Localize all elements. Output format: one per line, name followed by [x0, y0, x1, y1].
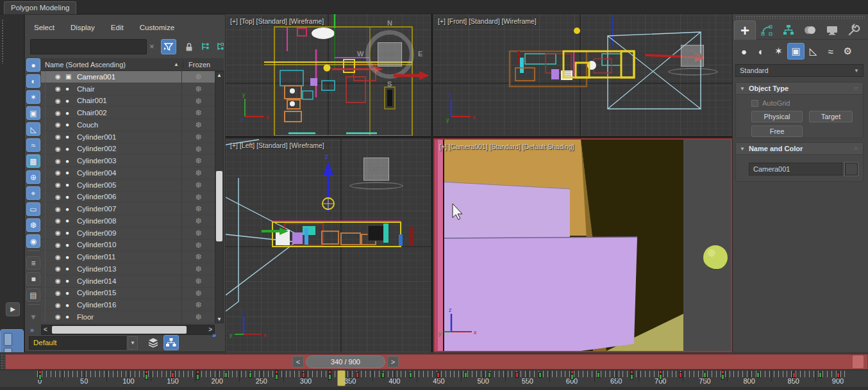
- tab-display[interactable]: [821, 20, 843, 40]
- object-name[interactable]: Cylinder002: [77, 145, 181, 152]
- rollout-grip-icon[interactable]: ⁙: [853, 85, 859, 92]
- viewport-camera001[interactable]: z y x [+] [Camera001] [Standard] [Defaul…: [433, 138, 732, 352]
- frozen-snowflake-icon[interactable]: ❆: [181, 119, 215, 131]
- keyframe-marker[interactable]: [464, 372, 467, 378]
- list-item-cylinder006[interactable]: ◉●Cylinder006❆: [41, 191, 215, 204]
- object-name[interactable]: Cylinder001: [77, 133, 181, 141]
- object-dot-icon[interactable]: ●: [65, 121, 77, 128]
- tree-indent[interactable]: [45, 191, 55, 203]
- visibility-eye-icon[interactable]: ◉: [55, 206, 65, 213]
- list-item-cylinder005[interactable]: ◉●Cylinder005❆: [41, 179, 215, 191]
- frozen-snowflake-icon[interactable]: ❆: [181, 240, 215, 251]
- frozen-snowflake-icon[interactable]: ❆: [181, 71, 215, 83]
- doc-blank-icon[interactable]: ■: [26, 272, 40, 286]
- object-dot-icon[interactable]: ●: [65, 133, 77, 140]
- object-dot-icon[interactable]: ●: [65, 206, 77, 213]
- layer-dropdown[interactable]: Default: [29, 336, 126, 350]
- menu-display[interactable]: Display: [71, 24, 95, 31]
- display-helpers-icon[interactable]: ◺: [26, 122, 40, 136]
- category-cameras-icon[interactable]: ▣: [787, 43, 805, 60]
- keyframe-marker[interactable]: [409, 372, 412, 378]
- object-name[interactable]: Cylinder007: [77, 205, 181, 213]
- category-shapes-icon[interactable]: ◐: [753, 43, 770, 60]
- tree-indent[interactable]: [45, 299, 55, 311]
- object-dot-icon[interactable]: ●: [65, 241, 77, 248]
- object-name[interactable]: Chair: [77, 85, 181, 93]
- tree-indent[interactable]: [45, 167, 55, 179]
- display-groups-icon[interactable]: ▩: [26, 154, 40, 168]
- display-geometry-icon[interactable]: ●: [26, 58, 40, 72]
- object-name[interactable]: Cylinder005: [77, 181, 181, 189]
- display-frozen-icon[interactable]: ❆: [26, 218, 40, 232]
- keyframe-marker[interactable]: [659, 370, 662, 380]
- visibility-eye-icon[interactable]: ◉: [55, 169, 65, 176]
- overflow-chevron-right[interactable]: »: [212, 331, 216, 339]
- expand-tree-icon[interactable]: [198, 39, 213, 54]
- viewport-front[interactable]: z x y FRONT [+] [Front] [Standard] [Wire…: [433, 14, 732, 136]
- frozen-snowflake-icon[interactable]: ❆: [181, 288, 215, 299]
- keyframe-marker[interactable]: [630, 370, 633, 380]
- object-name[interactable]: Cylinder004: [77, 169, 181, 177]
- object-name[interactable]: Floor: [77, 313, 181, 321]
- category-helpers-icon[interactable]: ◺: [805, 43, 822, 60]
- keyframe-marker[interactable]: [703, 372, 706, 378]
- visibility-eye-icon[interactable]: ◉: [55, 217, 65, 224]
- tree-indent[interactable]: [45, 240, 55, 251]
- keyframe-marker[interactable]: [679, 372, 682, 378]
- doc-detail-icon[interactable]: ▤: [26, 288, 40, 302]
- visibility-eye-icon[interactable]: ◉: [55, 254, 65, 261]
- viewport-label[interactable]: [+] [Camera001] [Standard] [Default Shad…: [439, 143, 574, 150]
- object-name[interactable]: Cylinder011: [77, 253, 181, 261]
- frozen-snowflake-icon[interactable]: ❆: [181, 179, 215, 191]
- tree-indent[interactable]: [45, 83, 55, 95]
- frozen-snowflake-icon[interactable]: ❆: [181, 107, 215, 118]
- scroll-up-icon[interactable]: ▲: [215, 72, 223, 78]
- scrollbar-thumb[interactable]: [216, 171, 222, 241]
- tree-indent[interactable]: [45, 311, 55, 323]
- category-geometry-icon[interactable]: ●: [735, 43, 753, 60]
- vertical-scrollbar[interactable]: ▲ ▼: [215, 71, 224, 323]
- object-dot-icon[interactable]: ●: [65, 229, 77, 236]
- object-dot-icon[interactable]: ●: [65, 181, 77, 188]
- display-lights-icon[interactable]: ✶: [26, 90, 40, 104]
- visibility-eye-icon[interactable]: ◉: [55, 229, 65, 236]
- keyframe-marker[interactable]: [381, 372, 385, 378]
- keyframe-marker[interactable]: [171, 372, 174, 378]
- frozen-snowflake-icon[interactable]: ❆: [181, 227, 215, 239]
- list-item-cylinder010[interactable]: ◉●Cylinder010❆: [41, 240, 215, 252]
- clear-search-icon[interactable]: ×: [149, 42, 154, 51]
- list-column-headers[interactable]: Name (Sorted Ascending) ▲ Frozen: [41, 58, 224, 71]
- visibility-eye-icon[interactable]: ◉: [55, 265, 65, 272]
- viewcube[interactable]: FRONT: [681, 45, 704, 67]
- keyframe-marker[interactable]: [571, 370, 574, 380]
- visibility-eye-icon[interactable]: ◉: [55, 193, 65, 200]
- current-frame-display[interactable]: 340 / 900: [306, 355, 385, 368]
- object-name[interactable]: Cylinder003: [77, 157, 181, 165]
- menu-customize[interactable]: Customize: [140, 24, 174, 31]
- tab-create[interactable]: +: [734, 20, 756, 40]
- overflow-chevron-left[interactable]: »: [30, 326, 34, 334]
- visibility-eye-icon[interactable]: ◉: [55, 97, 65, 104]
- keyframe-marker[interactable]: [538, 372, 542, 378]
- track-bar-ruler[interactable]: 0501001502002503003504004505005506006507…: [0, 370, 868, 387]
- list-item-chair[interactable]: ◉●Chair❆: [41, 83, 215, 95]
- viewport-label[interactable]: [+] [Top] [Standard] [Wireframe]: [230, 17, 324, 25]
- visibility-eye-icon[interactable]: ◉: [55, 302, 65, 309]
- list-item-cylinder015[interactable]: ◉●Cylinder015❆: [41, 288, 215, 300]
- keyframe-marker[interactable]: [302, 372, 305, 378]
- keyframe-marker[interactable]: [328, 370, 331, 380]
- scroll-down-icon[interactable]: ▼: [215, 316, 223, 322]
- frozen-snowflake-icon[interactable]: ❆: [181, 299, 215, 311]
- object-dot-icon[interactable]: ●: [65, 110, 77, 117]
- frozen-snowflake-icon[interactable]: ❆: [181, 155, 215, 167]
- compass-south[interactable]: S: [387, 80, 392, 88]
- object-dot-icon[interactable]: ●: [65, 277, 77, 284]
- object-name[interactable]: Couch: [77, 121, 181, 129]
- object-name[interactable]: Cylinder013: [77, 265, 181, 273]
- list-item-couch[interactable]: ◉●Couch❆: [41, 119, 215, 131]
- rollout-grip-icon[interactable]: ⁙: [853, 145, 859, 152]
- list-item-cylinder016[interactable]: ◉●Cylinder016❆: [41, 299, 215, 311]
- visibility-eye-icon[interactable]: ◉: [55, 158, 65, 165]
- viewcube[interactable]: LEFT: [363, 158, 389, 181]
- tree-indent[interactable]: [45, 215, 55, 227]
